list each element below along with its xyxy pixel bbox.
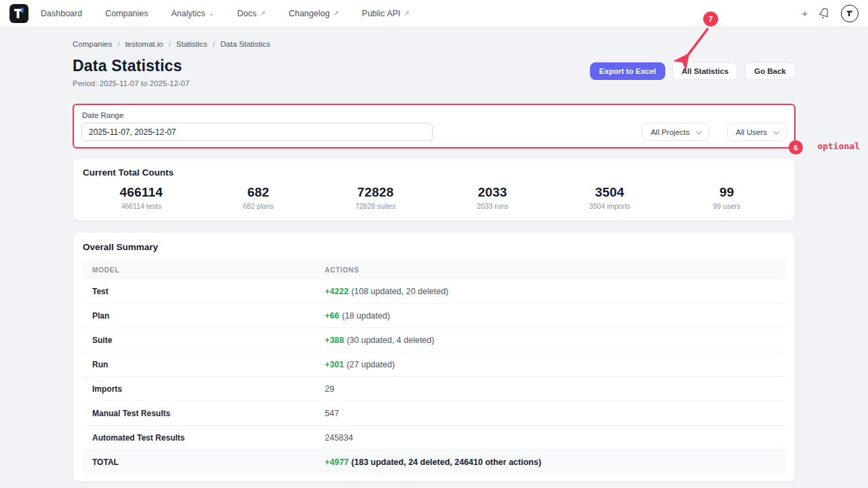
external-link-icon: ↗: [404, 9, 410, 17]
row-model-label: Automated Test Results: [92, 433, 325, 443]
stat-label: 2033 runs: [434, 202, 551, 210]
table-row-test: Test+4222(108 updated, 20 deleted): [83, 279, 785, 304]
date-range-label: Date Range: [82, 111, 433, 119]
stats-row: 466114466114 tests682682 plans7282872828…: [83, 185, 785, 210]
annotation-optional-label: optional: [817, 141, 860, 151]
counts-title: Current Total Counts: [83, 167, 785, 178]
stat-value: 3504: [551, 185, 669, 200]
period-text: Period: 2025-11-07 to 2025-12-07: [73, 79, 189, 87]
row-actions-detail: (183 updated, 24 deleted, 246410 other a…: [351, 458, 541, 467]
chevron-down-icon: [773, 129, 778, 134]
nav-item-label: Companies: [105, 9, 148, 18]
chevron-down-icon: [696, 129, 701, 134]
row-model-label: Suite: [92, 336, 325, 345]
stat-value: 99: [668, 185, 785, 200]
all-statistics-button[interactable]: All Statistics: [672, 62, 738, 80]
breadcrumb: Companies/testomat.io/Statistics/Data St…: [73, 40, 795, 48]
nav-right: +: [802, 5, 859, 22]
notifications-icon[interactable]: [818, 7, 830, 19]
table-body: Test+4222(108 updated, 20 deleted)Plan+6…: [83, 279, 785, 474]
nav-menu: DashboardCompaniesAnalytics⌄Docs↗Changel…: [41, 9, 410, 18]
row-added-count: +388: [325, 336, 344, 345]
main-content: Companies/testomat.io/Statistics/Data St…: [0, 40, 868, 488]
row-model-label: TOTAL: [92, 458, 325, 467]
stat-682-plans: 682682 plans: [200, 185, 317, 210]
row-model-label: Manual Test Results: [92, 409, 325, 418]
stat-466114-tests: 466114466114 tests: [83, 185, 200, 210]
nav-item-dashboard[interactable]: Dashboard: [41, 9, 82, 18]
row-model-label: Test: [92, 287, 325, 296]
breadcrumb-separator: /: [169, 40, 171, 48]
stat-value: 466114: [83, 185, 200, 200]
breadcrumb-item-testomat-io[interactable]: testomat.io: [125, 40, 163, 48]
row-actions-detail: (27 updated): [347, 360, 395, 369]
add-icon[interactable]: +: [802, 8, 808, 18]
page-header: Data Statistics Period: 2025-11-07 to 20…: [73, 57, 795, 87]
date-range-panel: Date Range All Projects All Users 6 opti…: [73, 104, 795, 148]
current-total-counts-card: Current Total Counts 466114466114 tests6…: [73, 158, 795, 221]
summary-title: Overall Summary: [83, 242, 785, 252]
users-dropdown-label: All Users: [736, 128, 767, 136]
chevron-down-icon: ⌄: [208, 9, 214, 17]
column-model: MODEL: [92, 266, 325, 274]
row-actions-detail: 29: [325, 384, 334, 394]
stat-label: 99 users: [668, 202, 785, 210]
row-actions-value: +388(30 updated, 4 deleted): [325, 336, 776, 345]
top-nav: DashboardCompaniesAnalytics⌄Docs↗Changel…: [0, 0, 868, 27]
row-actions-detail: (30 updated, 4 deleted): [347, 336, 434, 345]
row-actions-value: 245834: [325, 433, 776, 443]
table-row-automated-test-results: Automated Test Results245834: [83, 426, 785, 450]
external-link-icon: ↗: [260, 9, 265, 17]
annotation-step-6-badge: 6: [789, 140, 803, 155]
projects-dropdown-label: All Projects: [650, 128, 690, 136]
table-row-manual-test-results: Manual Test Results547: [83, 401, 785, 426]
nav-item-label: Dashboard: [41, 9, 82, 18]
nav-item-companies[interactable]: Companies: [105, 9, 148, 18]
external-link-icon: ↗: [333, 9, 338, 17]
row-actions-detail: (108 updated, 20 deleted): [351, 287, 448, 296]
column-actions: ACTIONS: [325, 266, 776, 274]
user-avatar[interactable]: [841, 5, 859, 22]
breadcrumb-item-companies[interactable]: Companies: [73, 40, 112, 48]
nav-item-docs[interactable]: Docs↗: [237, 9, 266, 18]
projects-dropdown[interactable]: All Projects: [642, 123, 709, 141]
testomat-logo-icon[interactable]: [9, 4, 28, 23]
nav-item-label: Docs: [237, 9, 256, 18]
table-row-total: TOTAL+4977(183 updated, 24 deleted, 2464…: [83, 450, 785, 474]
stat-value: 682: [200, 185, 317, 200]
row-actions-detail: 245834: [325, 433, 353, 443]
row-actions-value: +4977(183 updated, 24 deleted, 246410 ot…: [325, 458, 776, 467]
nav-item-public-api[interactable]: Public API↗: [362, 9, 410, 18]
export-to-excel-button[interactable]: Export to Excel: [590, 62, 666, 80]
nav-item-analytics[interactable]: Analytics⌄: [171, 9, 214, 18]
stat-label: 682 plans: [200, 202, 317, 210]
breadcrumb-item-data-statistics[interactable]: Data Statistics: [220, 40, 271, 48]
date-range-input[interactable]: [81, 123, 433, 141]
nav-item-label: Public API: [362, 9, 401, 18]
stat-99-users: 9999 users: [668, 185, 785, 210]
users-dropdown[interactable]: All Users: [727, 123, 787, 141]
breadcrumb-item-statistics[interactable]: Statistics: [176, 40, 208, 48]
row-added-count: +66: [325, 311, 339, 321]
page-title: Data Statistics: [73, 57, 189, 75]
row-actions-value: +301(27 updated): [325, 360, 776, 369]
breadcrumb-separator: /: [117, 40, 119, 48]
go-back-button[interactable]: Go Back: [745, 62, 795, 80]
stat-value: 2033: [434, 185, 551, 200]
breadcrumb-separator: /: [213, 40, 215, 48]
stat-label: 3504 imports: [551, 202, 669, 210]
row-model-label: Run: [92, 360, 325, 369]
stat-value: 72828: [317, 185, 434, 200]
nav-item-changelog[interactable]: Changelog↗: [289, 9, 339, 18]
row-actions-value: 547: [325, 409, 776, 418]
nav-item-label: Analytics: [171, 9, 205, 18]
stat-label: 466114 tests: [83, 202, 200, 210]
row-model-label: Imports: [92, 384, 325, 394]
overall-summary-card: Overall Summary MODEL ACTIONS Test+4222(…: [73, 232, 795, 482]
stat-72828-suites: 7282872828 suites: [317, 185, 434, 210]
table-row-imports: Imports29: [83, 377, 785, 401]
row-added-count: +301: [325, 360, 344, 369]
table-row-suite: Suite+388(30 updated, 4 deleted): [83, 328, 785, 352]
row-actions-value: +4222(108 updated, 20 deleted): [325, 287, 776, 296]
row-added-count: +4977: [325, 458, 349, 467]
